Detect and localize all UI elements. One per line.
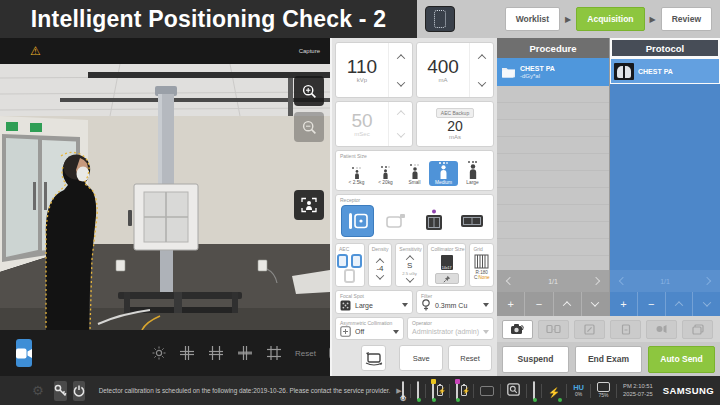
ma-unit: mA [417, 77, 469, 83]
protocol-add-button[interactable]: + [610, 292, 638, 316]
collimator-pin-button[interactable] [435, 273, 459, 284]
ma-increase-button[interactable] [470, 43, 493, 70]
protocol-move-down-button[interactable] [693, 292, 720, 316]
divider [425, 384, 426, 398]
collimate-horizontal-narrow-icon[interactable] [237, 345, 253, 361]
protocol-remove-button[interactable]: − [638, 292, 666, 316]
patient-size-option-child[interactable]: < 20kg [371, 165, 400, 186]
focal-spot-dropdown[interactable]: Large [340, 299, 408, 311]
detector-2-status-icon[interactable] [533, 382, 535, 400]
nav-worklist-button[interactable]: Worklist [505, 7, 560, 31]
suspend-button[interactable]: Suspend [502, 346, 569, 373]
receptor-detector-landscape-button[interactable] [455, 205, 488, 237]
date-label: 2025-07-25 [623, 391, 653, 398]
procedure-selected-row[interactable]: CHEST PA -dGy*al [497, 58, 609, 86]
qc-magnifier-icon[interactable] [507, 382, 520, 400]
aec-chamber-left[interactable] [337, 254, 348, 268]
page-next-button[interactable] [703, 277, 711, 285]
collimate-horizontal-wide-icon[interactable] [266, 345, 282, 361]
kvp-increase-button[interactable] [389, 43, 412, 70]
page-next-button[interactable] [592, 277, 600, 285]
procedure-move-up-button[interactable] [554, 292, 582, 316]
collimate-vertical-narrow-icon[interactable] [179, 345, 195, 361]
patient-size-option-infant[interactable]: < 2.5kg [342, 166, 371, 186]
asym-collimation-dropdown[interactable]: Off [340, 326, 399, 337]
kvp-decrease-button[interactable] [389, 70, 412, 97]
procedure-add-button[interactable]: + [497, 292, 525, 316]
magnifier-minus-icon [302, 120, 317, 135]
generator-ready-icon[interactable]: ⚡ [548, 382, 560, 400]
protocol-selected-row[interactable]: CHEST PA [610, 58, 720, 84]
document-icon [621, 324, 631, 335]
msec-increase-button[interactable] [389, 102, 412, 124]
camera-toggle-button[interactable] [16, 339, 32, 367]
mas-card: AEC Backup 20 mAs [416, 101, 494, 147]
document-button[interactable] [610, 320, 641, 339]
page-prev-button[interactable] [619, 277, 627, 285]
baby-icon [354, 170, 360, 179]
operator-dropdown[interactable]: Administrator (admin) [412, 326, 489, 337]
battery-percent: 75% [597, 393, 610, 399]
power-button[interactable] [73, 381, 85, 401]
pin-icon [443, 275, 451, 283]
filter-dropdown[interactable]: 0.3mm Cu [421, 299, 489, 311]
aec-chamber-right[interactable] [351, 254, 362, 268]
receptor-wallstand-button[interactable] [341, 205, 374, 237]
person-icon [411, 167, 419, 179]
asym-collimation-icon [340, 326, 351, 337]
zoom-in-button[interactable] [294, 76, 324, 106]
detector-landscape-icon [459, 212, 485, 230]
detector-p-group[interactable]: ⚡ [456, 382, 467, 400]
receptor-detector-portrait-button[interactable] [417, 205, 450, 237]
end-exam-button[interactable]: End Exam [575, 346, 642, 373]
nav-acquisition-button[interactable]: Acquisition [576, 7, 644, 31]
procedure-remove-button[interactable]: − [525, 292, 553, 316]
gear-icon: ⚙ [32, 383, 44, 398]
detector-battery-indicator: 75% [597, 382, 610, 399]
msec-value: 50 [336, 111, 388, 131]
divider [590, 384, 591, 398]
detector-settings-icon[interactable]: ⚙ [402, 382, 404, 400]
detector-s-group[interactable]: ⚡ [432, 382, 443, 400]
protocol-column: Protocol CHEST PA 1/1 + − [609, 38, 720, 316]
monitor-icon[interactable] [480, 386, 494, 396]
aec-card: AEC [335, 243, 365, 287]
collimation-reset-button[interactable]: Reset [295, 349, 316, 358]
collimation-tools: Reset [152, 345, 347, 361]
operator-value: Administrator (admin) [412, 328, 479, 335]
key-lock-button[interactable] [54, 381, 67, 401]
notification-message[interactable]: Detector calibration is scheduled on the… [99, 387, 391, 394]
patient-size-option-small[interactable]: Small [400, 163, 429, 186]
magnifier-plus-icon [302, 84, 317, 99]
msec-decrease-button[interactable] [389, 124, 412, 146]
patient-size-option-medium[interactable]: Medium [429, 161, 458, 186]
edit-button[interactable] [574, 320, 605, 339]
announce-button[interactable] [646, 320, 677, 339]
chest-pa-thumbnail [614, 63, 634, 80]
receptor-table-button[interactable] [379, 205, 412, 237]
detector-rotate-button[interactable] [361, 345, 386, 371]
copy-protocol-button[interactable] [538, 320, 569, 339]
divider [616, 384, 617, 398]
procedure-move-down-button[interactable] [582, 292, 609, 316]
auto-send-button[interactable]: Auto Send [648, 346, 715, 373]
protocol-move-up-button[interactable] [666, 292, 694, 316]
generator-actions: Save Reset [335, 343, 494, 373]
nav-review-button[interactable]: Review [661, 7, 712, 31]
detector-1-status-icon[interactable] [417, 382, 419, 400]
divider [500, 384, 501, 398]
collimate-vertical-wide-icon[interactable] [208, 345, 224, 361]
page-prev-button[interactable] [506, 277, 514, 285]
reset-button[interactable]: Reset [448, 345, 492, 371]
patient-size-option-large[interactable]: Large [458, 160, 487, 186]
ma-decrease-button[interactable] [470, 70, 493, 97]
detector-status-button[interactable] [425, 6, 455, 32]
procedure-empty-rows [497, 86, 609, 270]
aec-chamber-center[interactable] [344, 269, 355, 283]
positioning-guide-button[interactable] [294, 190, 324, 220]
save-button[interactable]: Save [399, 345, 443, 371]
retake-button[interactable] [502, 320, 533, 339]
lamp-brightness-icon[interactable] [152, 346, 166, 360]
layers-button[interactable] [682, 320, 713, 339]
zoom-out-button[interactable] [294, 112, 324, 142]
